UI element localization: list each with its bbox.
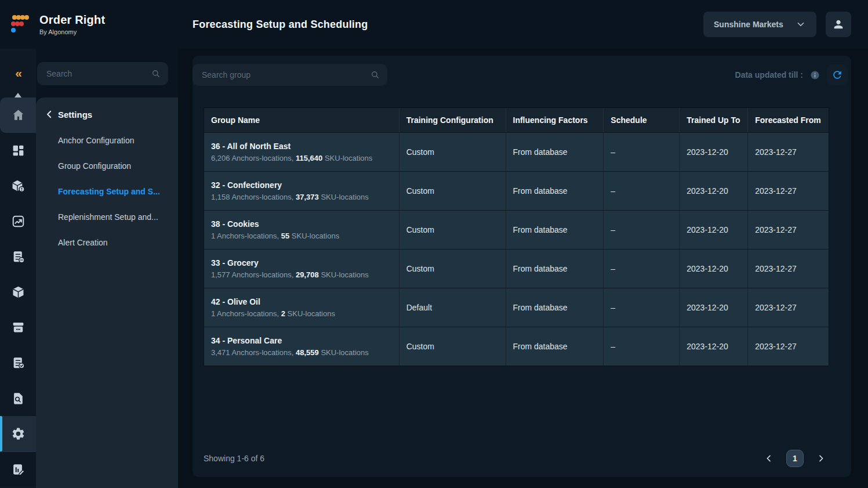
schedule-cell: –: [604, 211, 680, 249]
sidebar-item-forecasting-setup-and-s[interactable]: Forecasting Setup and S...: [36, 179, 178, 204]
table-row[interactable]: 36 - All of North East 6,206 Anchors-loc…: [204, 132, 829, 171]
training-configuration-cell: Custom: [400, 133, 506, 171]
sidebar-item-anchor-configuration[interactable]: Anchor Configuration: [36, 128, 178, 153]
group-name-cell: 36 - All of North East 6,206 Anchors-loc…: [204, 133, 400, 171]
showing-count: Showing 1-6 of 6: [204, 454, 264, 463]
search-icon: [151, 68, 161, 79]
schedule-cell: –: [604, 133, 680, 171]
influencing-factors-cell: From database: [506, 250, 604, 288]
training-configuration-cell: Custom: [400, 172, 506, 210]
org-selector-dropdown[interactable]: Sunshine Markets: [703, 12, 816, 37]
settings-back-button[interactable]: Settings: [36, 101, 178, 128]
column-header: Forecasted From: [748, 108, 829, 132]
refresh-button[interactable]: [827, 64, 848, 85]
app-name: Order Right: [39, 13, 105, 27]
chart-edit-icon[interactable]: [0, 451, 36, 487]
group-name: 36 - All of North East: [211, 142, 290, 151]
column-header: Trained Up To: [680, 108, 748, 132]
schedule-cell: –: [604, 250, 680, 288]
product-box-icon[interactable]: [0, 274, 36, 310]
group-name: 38 - Cookies: [211, 219, 259, 229]
group-name-cell: 34 - Personal Care 3,471 Anchors-locatio…: [204, 327, 400, 366]
column-header: Influencing Factors: [506, 108, 604, 132]
search-icon: [370, 70, 380, 80]
influencing-factors-cell: From database: [506, 133, 604, 171]
pagination: 1: [764, 450, 826, 467]
next-page-button[interactable]: [816, 454, 826, 463]
training-configuration-cell: Custom: [400, 211, 506, 249]
table-row[interactable]: 42 - Olive Oil 1 Anchors-locations, 2 SK…: [204, 288, 829, 327]
column-header: Group Name: [204, 108, 400, 132]
info-icon[interactable]: [810, 70, 820, 80]
training-configuration-cell: Custom: [400, 327, 506, 366]
group-name: 33 - Grocery: [211, 258, 259, 268]
chevron-right-icon: [816, 454, 826, 463]
group-stats: 6,206 Anchors-locations, 115,640 SKU-loc…: [211, 154, 372, 162]
group-stats: 1,577 Anchors-locations, 29,708 SKU-loca…: [211, 270, 369, 279]
settings-menu: Settings Anchor ConfigurationGroup Confi…: [36, 97, 178, 488]
chevron-left-icon: [44, 109, 55, 120]
group-name-cell: 32 - Confectionery 1,158 Anchors-locatio…: [204, 172, 400, 210]
influencing-factors-cell: From database: [506, 172, 604, 210]
store-icon[interactable]: [0, 310, 36, 345]
schedule-cell: –: [604, 172, 680, 210]
refresh-icon: [831, 69, 843, 81]
sidebar-search-input[interactable]: [37, 62, 168, 85]
trained-up-to-cell: 2023-12-20: [680, 288, 748, 327]
rail-items: [0, 97, 36, 487]
inventory-alert-icon[interactable]: [0, 168, 36, 204]
influencing-factors-cell: From database: [506, 288, 604, 327]
group-stats: 3,471 Anchors-locations, 48,559 SKU-loca…: [211, 348, 369, 357]
table-row[interactable]: 33 - Grocery 1,577 Anchors-locations, 29…: [204, 249, 829, 288]
trained-up-to-cell: 2023-12-20: [680, 211, 748, 249]
group-search-input[interactable]: [193, 64, 387, 86]
table-body: 36 - All of North East 6,206 Anchors-loc…: [204, 132, 829, 366]
chevron-left-icon: [764, 454, 773, 463]
report-notes-icon[interactable]: [0, 239, 36, 274]
dashboard-icon[interactable]: [0, 133, 36, 168]
settings-menu-items: Anchor ConfigurationGroup ConfigurationF…: [36, 128, 178, 255]
forecasted-from-cell: 2023-12-27: [748, 172, 829, 210]
forecast-trend-icon[interactable]: [0, 204, 36, 239]
sidebar-item-alert-creation[interactable]: Alert Creation: [36, 230, 178, 255]
table-row[interactable]: 32 - Confectionery 1,158 Anchors-locatio…: [204, 171, 829, 210]
org-selector-label: Sunshine Markets: [714, 20, 783, 29]
trained-up-to-cell: 2023-12-20: [680, 250, 748, 288]
sidebar-item-replenishment-setup-and[interactable]: Replenishment Setup and...: [36, 204, 178, 230]
chevron-down-icon: [796, 19, 806, 30]
influencing-factors-cell: From database: [506, 211, 604, 249]
group-name-cell: 42 - Olive Oil 1 Anchors-locations, 2 SK…: [204, 288, 400, 327]
group-name: 42 - Olive Oil: [211, 297, 260, 306]
table-row[interactable]: 38 - Cookies 1 Anchors-locations, 55 SKU…: [204, 210, 829, 249]
group-name-cell: 33 - Grocery 1,577 Anchors-locations, 29…: [204, 250, 400, 288]
group-stats: 1 Anchors-locations, 2 SKU-locations: [211, 309, 335, 318]
settings-gear-icon[interactable]: [0, 416, 36, 451]
document-search-icon[interactable]: [0, 381, 36, 416]
influencing-factors-cell: From database: [506, 327, 604, 366]
forecasted-from-cell: 2023-12-27: [748, 250, 829, 288]
schedule-cell: –: [604, 327, 680, 366]
page-title: Forecasting Setup and Scheduling: [193, 0, 368, 49]
user-profile-button[interactable]: [826, 12, 851, 37]
report-check-icon[interactable]: [0, 345, 36, 381]
training-configuration-cell: Default: [400, 288, 506, 327]
group-stats: 1 Anchors-locations, 55 SKU-locations: [211, 232, 339, 240]
forecasted-from-cell: 2023-12-27: [748, 327, 829, 366]
home-icon[interactable]: [0, 97, 36, 133]
column-header: Training Configuration: [400, 108, 506, 132]
page-number-button[interactable]: 1: [786, 450, 804, 467]
schedule-cell: –: [604, 288, 680, 327]
top-header: Order Right By Algonomy Forecasting Setu…: [0, 0, 868, 49]
table-footer: Showing 1-6 of 6 1: [204, 446, 826, 471]
previous-page-button[interactable]: [764, 454, 773, 463]
data-updated-label: Data updated till :: [735, 70, 803, 79]
order-right-logo-icon: [9, 13, 32, 36]
content-card: Data updated till : Group Name Training …: [193, 56, 851, 477]
user-icon: [832, 18, 845, 31]
trained-up-to-cell: 2023-12-20: [680, 133, 748, 171]
group-stats: 1,158 Anchors-locations, 37,373 SKU-loca…: [211, 193, 369, 201]
table-row[interactable]: 34 - Personal Care 3,471 Anchors-locatio…: [204, 327, 829, 366]
group-name: 32 - Confectionery: [211, 180, 282, 190]
sidebar-item-group-configuration[interactable]: Group Configuration: [36, 153, 178, 179]
sidebar: Settings Anchor ConfigurationGroup Confi…: [36, 49, 178, 488]
